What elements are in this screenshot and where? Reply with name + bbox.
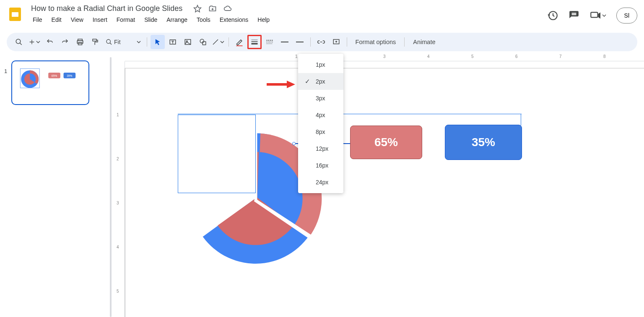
ruler-horizontal: 123456789 [125,53,644,61]
line-weight-dropdown: 1px2px3px4px8px12px16px24px [298,54,343,193]
ruler-tick: 4 [427,54,430,59]
comments-icon[interactable] [569,10,579,21]
svg-marker-2 [194,5,201,12]
ruler-tick: 3 [117,201,119,205]
app-header: How to make a Radial Chart in Google Sli… [0,0,644,30]
toolbar: Fit Format options Animate [7,33,637,51]
svg-rect-14 [203,42,206,45]
select-tool[interactable] [151,35,165,49]
svg-rect-3 [591,12,597,17]
cloud-status-icon[interactable] [223,5,232,13]
group-selection-r [521,114,521,126]
menu-format[interactable]: Format [112,15,139,25]
ruler-tick: 5 [471,54,474,59]
line-weight-option[interactable]: 24px [298,174,343,191]
line-weight-option[interactable]: 3px [298,90,343,107]
history-icon[interactable] [548,10,558,21]
slides-logo[interactable] [7,6,23,23]
present-icon[interactable] [589,10,606,21]
add-comment-button[interactable] [329,35,343,49]
svg-point-4 [16,39,21,44]
ruler-tick: 7 [559,54,562,59]
line-weight-option[interactable]: 12px [298,140,343,157]
share-button[interactable]: Sl [616,8,637,24]
zoom-select[interactable]: Fit [103,36,143,48]
ruler-tick: 4 [117,245,119,249]
menu-help[interactable]: Help [253,15,274,25]
ruler-vertical: 12345 [112,61,125,317]
selection-rectangle [178,115,256,193]
pane-divider[interactable] [109,53,112,317]
selection-handle[interactable] [292,142,296,145]
shape-tool[interactable] [196,35,210,49]
document-title[interactable]: How to make a Radial Chart in Google Sli… [29,3,185,14]
group-selection [178,114,522,114]
filmstrip: 1 65% 35% [0,53,109,317]
svg-text:35%: 35% [67,74,72,77]
canvas-area[interactable]: 123456789 12345 [112,53,644,317]
svg-point-9 [106,39,110,43]
annotation-arrow [266,80,295,89]
paint-format-button[interactable] [88,35,102,49]
move-icon[interactable] [208,5,217,13]
ruler-tick: 3 [383,54,386,59]
ruler-tick: 1 [117,113,119,117]
menu-extensions[interactable]: Extensions [216,15,252,25]
svg-text:65%: 65% [52,74,57,77]
line-color-button[interactable] [232,35,247,49]
line-weight-option[interactable]: 1px [298,56,343,73]
menu-arrange[interactable]: Arrange [162,15,192,25]
ruler-tick: 2 [117,157,119,161]
ruler-tick: 1 [295,54,298,59]
label-red[interactable]: 65% [350,126,422,159]
line-weight-option[interactable]: 8px [298,123,343,140]
slide-number: 1 [4,68,7,309]
menu-view[interactable]: View [67,15,88,25]
ruler-tick: 5 [117,289,119,293]
format-options-button[interactable]: Format options [351,36,401,48]
menu-insert[interactable]: Insert [88,15,112,25]
animate-button[interactable]: Animate [408,36,440,48]
image-tool[interactable] [181,35,195,49]
line-weight-option[interactable]: 2px [298,73,343,90]
line-weight-option[interactable]: 16px [298,157,343,174]
search-menus-icon[interactable] [12,35,26,49]
menu-edit[interactable]: Edit [47,15,66,25]
menu-file[interactable]: File [29,15,47,25]
line-start-button[interactable] [278,35,292,49]
line-dash-button[interactable] [262,35,277,49]
menu-bar: File Edit View Insert Format Slide Arran… [29,15,548,25]
text-box-tool[interactable] [166,35,180,49]
menu-tools[interactable]: Tools [192,15,215,25]
svg-marker-34 [287,81,295,88]
undo-button[interactable] [43,35,57,49]
zoom-label: Fit [114,39,121,45]
svg-rect-15 [236,45,242,46]
line-tool[interactable] [211,35,225,49]
svg-point-13 [200,39,204,43]
svg-rect-8 [93,39,96,41]
title-area: How to make a Radial Chart in Google Sli… [29,3,548,25]
slide-thumbnail[interactable]: 65% 35% [11,60,89,105]
label-blue[interactable]: 35% [445,125,522,160]
redo-button[interactable] [58,35,72,49]
print-button[interactable] [73,35,87,49]
menu-slide[interactable]: Slide [140,15,161,25]
line-weight-button[interactable] [247,35,262,49]
slide-canvas[interactable]: 65% 35% [125,68,644,317]
star-icon[interactable] [193,5,202,13]
line-end-button[interactable] [293,35,307,49]
header-actions: Sl [548,8,637,24]
ruler-tick: 8 [603,54,606,59]
ruler-tick: 6 [515,54,518,59]
insert-link-button[interactable] [314,35,328,49]
svg-rect-1 [12,12,18,17]
line-weight-option[interactable]: 4px [298,107,343,123]
new-slide-button[interactable] [27,35,42,49]
